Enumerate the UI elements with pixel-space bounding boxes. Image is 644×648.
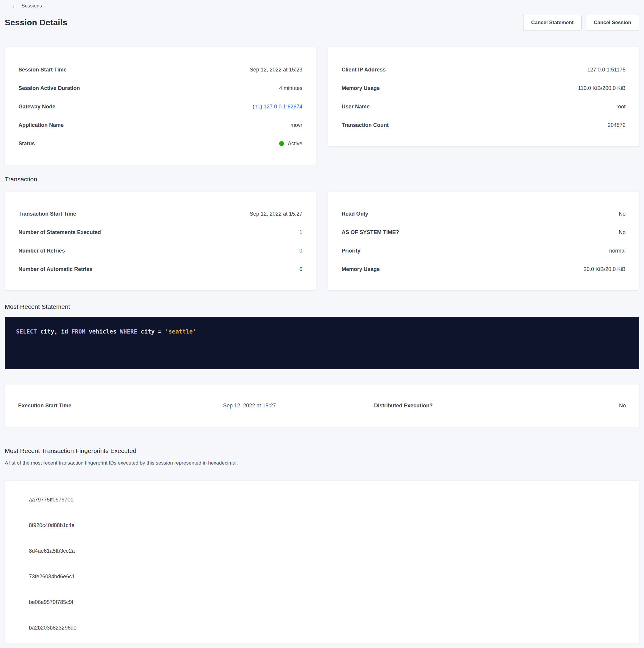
- row-value: normal: [609, 248, 626, 254]
- session-meta-card: Client IP Address 127.0.0.1:51175 Memory…: [328, 47, 639, 147]
- row-value: 204572: [608, 122, 626, 128]
- row-label: Number of Statements Executed: [18, 229, 101, 235]
- transaction-meta-card: Read Only No AS OF SYSTEM TIME? No Prior…: [328, 191, 639, 291]
- table-row: Application Name movr: [18, 116, 302, 134]
- sql-text: city, id: [37, 328, 71, 335]
- status-text: Active: [288, 141, 302, 147]
- table-row: Number of Retries 0: [18, 241, 302, 260]
- list-item: be06e9570f785c9f: [5, 589, 639, 615]
- fingerprints-list-card: aa79775ff097970c 8f920c40d88b1c4e 8d4ae6…: [5, 481, 639, 644]
- row-label: Client IP Address: [342, 67, 386, 73]
- row-value: 127.0.0.1:51175: [587, 67, 626, 73]
- row-value: No: [619, 402, 626, 409]
- table-row: Transaction Start Time Sep 12, 2022 at 1…: [18, 205, 302, 223]
- table-row: Distributed Execution? No: [322, 402, 639, 409]
- transaction-section: Transaction Start Time Sep 12, 2022 at 1…: [5, 191, 639, 291]
- row-label: Session Start Time: [18, 67, 67, 73]
- row-label: User Name: [342, 104, 370, 110]
- page-title: Session Details: [5, 18, 67, 28]
- row-value: 20.0 KiB/20.0 KiB: [584, 266, 626, 272]
- table-row: Status Active: [18, 134, 302, 153]
- row-value: 0: [299, 266, 302, 272]
- list-item: 8d4ae61a5fb3ce2a: [5, 538, 639, 564]
- status-badge: Active: [279, 141, 302, 147]
- table-row: Number of Automatic Retries 0: [18, 260, 302, 278]
- row-label: Number of Automatic Retries: [18, 266, 92, 272]
- cancel-session-button[interactable]: Cancel Session: [586, 15, 639, 31]
- row-value: No: [619, 211, 626, 217]
- fingerprints-section-heading: Most Recent Transaction Fingerprints Exe…: [5, 447, 639, 455]
- row-value: 0: [299, 248, 302, 254]
- table-row: Memory Usage 110.0 KiB/200.0 KiB: [342, 79, 626, 97]
- table-row: Session Active Duration 4 minutes: [18, 79, 302, 97]
- row-label: Session Active Duration: [18, 85, 80, 92]
- gateway-node-link[interactable]: (n1) 127.0.0.1:62674: [253, 104, 302, 110]
- table-row: Number of Statements Executed 1: [18, 223, 302, 241]
- most-recent-statement-heading: Most Recent Statement: [5, 303, 639, 311]
- sql-keyword: SELECT: [16, 328, 37, 335]
- breadcrumb-label: Sessions: [21, 3, 42, 9]
- row-value: Sep 12, 2022 at 15:27: [223, 402, 276, 409]
- sql-statement: SELECT city, id FROM vehicles WHERE city…: [16, 328, 196, 335]
- row-label: Read Only: [342, 211, 368, 217]
- breadcrumb-back-sessions[interactable]: ← Sessions: [11, 2, 42, 9]
- row-value: Sep 12, 2022 at 15:23: [250, 67, 302, 73]
- row-label: Memory Usage: [342, 266, 380, 272]
- sql-keyword: FROM: [71, 328, 85, 335]
- table-row: Client IP Address 127.0.0.1:51175: [342, 60, 626, 79]
- row-value: 1: [299, 229, 302, 235]
- list-item: 8f920c40d88b1c4e: [5, 512, 639, 538]
- row-label: AS OF SYSTEM TIME?: [342, 229, 399, 235]
- sql-text: city =: [137, 328, 165, 335]
- transaction-details-card: Transaction Start Time Sep 12, 2022 at 1…: [5, 191, 316, 291]
- page-header: Session Details Cancel Statement Cancel …: [5, 14, 639, 31]
- sql-keyword: WHERE: [120, 328, 137, 335]
- row-label: Gateway Node: [18, 104, 55, 110]
- sql-string-literal: 'seattle': [165, 328, 196, 335]
- table-row: AS OF SYSTEM TIME? No: [342, 223, 626, 241]
- cancel-statement-button[interactable]: Cancel Statement: [523, 15, 582, 31]
- sql-text: vehicles: [85, 328, 120, 335]
- row-label: Execution Start Time: [18, 402, 71, 409]
- table-row: Memory Usage 20.0 KiB/20.0 KiB: [342, 260, 626, 278]
- row-label: Application Name: [18, 122, 64, 128]
- row-value: No: [619, 229, 626, 235]
- table-row: Transaction Count 204572: [342, 116, 626, 134]
- row-value: movr: [290, 122, 302, 128]
- table-row: Session Start Time Sep 12, 2022 at 15:23: [18, 60, 302, 79]
- table-row: User Name root: [342, 97, 626, 116]
- row-label: Number of Retries: [18, 248, 65, 254]
- table-row: Execution Start Time Sep 12, 2022 at 15:…: [5, 402, 322, 409]
- row-value: root: [616, 104, 626, 110]
- row-label: Transaction Count: [342, 122, 389, 128]
- list-item: 73fe26034bd6e6c1: [5, 564, 639, 589]
- row-label: Transaction Start Time: [18, 211, 76, 217]
- row-value: 110.0 KiB/200.0 KiB: [578, 85, 626, 92]
- row-label: Distributed Execution?: [374, 402, 433, 409]
- row-label: Memory Usage: [342, 85, 380, 92]
- list-item: ba2b203b823296de: [5, 615, 639, 641]
- transaction-section-heading: Transaction: [5, 175, 639, 183]
- header-actions: Cancel Statement Cancel Session: [523, 15, 639, 31]
- session-details-card: Session Start Time Sep 12, 2022 at 15:23…: [5, 47, 316, 165]
- table-row: Read Only No: [342, 205, 626, 223]
- fingerprints-description: A list of the most recent transaction fi…: [5, 460, 639, 466]
- execution-summary-card: Execution Start Time Sep 12, 2022 at 15:…: [5, 384, 639, 427]
- sql-statement-box: SELECT city, id FROM vehicles WHERE city…: [5, 317, 639, 369]
- status-active-dot-icon: [279, 141, 284, 146]
- table-row: Priority normal: [342, 241, 626, 260]
- list-item: aa79775ff097970c: [5, 487, 639, 512]
- row-value: 4 minutes: [279, 85, 302, 92]
- table-row: Gateway Node (n1) 127.0.0.1:62674: [18, 97, 302, 116]
- row-value: Sep 12, 2022 at 15:27: [250, 211, 302, 217]
- row-label: Priority: [342, 248, 360, 254]
- back-arrow-icon: ←: [11, 3, 17, 9]
- session-summary-section: Session Start Time Sep 12, 2022 at 15:23…: [5, 47, 639, 165]
- row-label: Status: [18, 141, 35, 147]
